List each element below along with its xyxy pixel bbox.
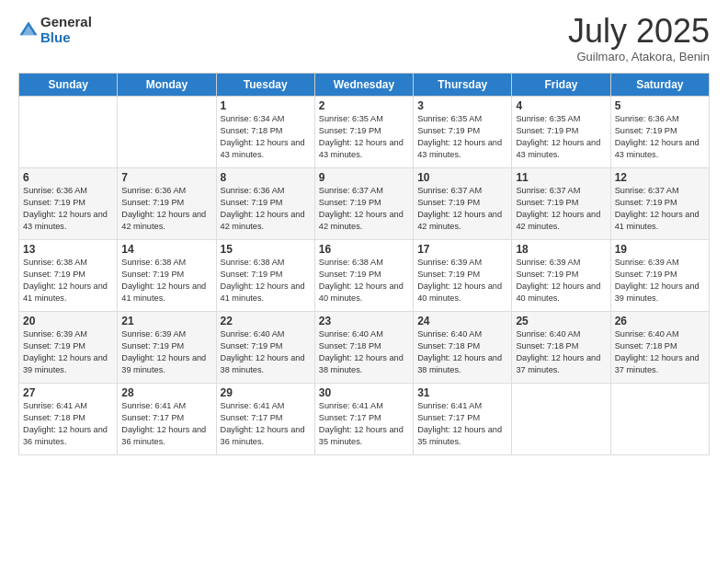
day-number: 4: [516, 99, 606, 112]
day-info: Sunrise: 6:35 AM Sunset: 7:19 PM Dayligh…: [516, 113, 606, 161]
day-number: 26: [615, 315, 705, 327]
calendar-cell: 13Sunrise: 6:38 AM Sunset: 7:19 PM Dayli…: [19, 240, 118, 312]
calendar-cell: [610, 384, 709, 455]
weekday-header: Thursday: [414, 74, 512, 97]
day-number: 5: [615, 99, 705, 112]
weekday-header: Wednesday: [314, 74, 413, 97]
day-number: 18: [516, 243, 606, 256]
day-number: 9: [319, 171, 409, 184]
day-info: Sunrise: 6:35 AM Sunset: 7:19 PM Dayligh…: [319, 113, 409, 161]
calendar-cell: 29Sunrise: 6:41 AM Sunset: 7:17 PM Dayli…: [216, 384, 314, 455]
day-info: Sunrise: 6:41 AM Sunset: 7:17 PM Dayligh…: [221, 400, 311, 448]
location-subtitle: Guilmaro, Atakora, Benin: [568, 50, 710, 63]
calendar-cell: [118, 97, 216, 168]
calendar-cell: 7Sunrise: 6:36 AM Sunset: 7:19 PM Daylig…: [118, 168, 216, 240]
day-number: 14: [121, 243, 211, 256]
day-info: Sunrise: 6:38 AM Sunset: 7:19 PM Dayligh…: [221, 257, 311, 304]
calendar-cell: 12Sunrise: 6:37 AM Sunset: 7:19 PM Dayli…: [610, 168, 709, 240]
calendar-cell: 30Sunrise: 6:41 AM Sunset: 7:17 PM Dayli…: [314, 384, 413, 455]
day-number: 2: [319, 99, 409, 112]
calendar-cell: 3Sunrise: 6:35 AM Sunset: 7:19 PM Daylig…: [414, 97, 512, 168]
calendar-cell: 18Sunrise: 6:39 AM Sunset: 7:19 PM Dayli…: [512, 240, 610, 312]
month-title: July 2025: [568, 15, 710, 48]
day-number: 10: [417, 171, 507, 184]
day-info: Sunrise: 6:41 AM Sunset: 7:17 PM Dayligh…: [121, 400, 211, 448]
weekday-header: Saturday: [610, 74, 709, 97]
calendar-week-row: 20Sunrise: 6:39 AM Sunset: 7:19 PM Dayli…: [19, 312, 710, 384]
day-info: Sunrise: 6:40 AM Sunset: 7:18 PM Dayligh…: [319, 328, 409, 376]
day-info: Sunrise: 6:38 AM Sunset: 7:19 PM Dayligh…: [121, 257, 211, 304]
calendar-week-row: 1Sunrise: 6:34 AM Sunset: 7:18 PM Daylig…: [19, 97, 710, 168]
day-number: 19: [615, 243, 705, 256]
day-number: 8: [221, 171, 311, 184]
weekday-header: Tuesday: [216, 74, 314, 97]
calendar-cell: 28Sunrise: 6:41 AM Sunset: 7:17 PM Dayli…: [118, 384, 216, 455]
calendar-cell: 15Sunrise: 6:38 AM Sunset: 7:19 PM Dayli…: [216, 240, 314, 312]
day-number: 24: [417, 315, 507, 327]
calendar-week-row: 6Sunrise: 6:36 AM Sunset: 7:19 PM Daylig…: [19, 168, 710, 240]
day-number: 3: [417, 99, 507, 112]
calendar-cell: 20Sunrise: 6:39 AM Sunset: 7:19 PM Dayli…: [19, 312, 118, 384]
calendar-cell: 10Sunrise: 6:37 AM Sunset: 7:19 PM Dayli…: [414, 168, 512, 240]
day-info: Sunrise: 6:41 AM Sunset: 7:18 PM Dayligh…: [23, 400, 113, 448]
day-info: Sunrise: 6:39 AM Sunset: 7:19 PM Dayligh…: [121, 328, 211, 376]
calendar-cell: 1Sunrise: 6:34 AM Sunset: 7:18 PM Daylig…: [216, 97, 314, 168]
day-info: Sunrise: 6:39 AM Sunset: 7:19 PM Dayligh…: [615, 257, 705, 304]
day-info: Sunrise: 6:36 AM Sunset: 7:19 PM Dayligh…: [221, 185, 311, 233]
day-number: 17: [417, 243, 507, 256]
calendar-cell: 25Sunrise: 6:40 AM Sunset: 7:18 PM Dayli…: [512, 312, 610, 384]
header: General Blue July 2025 Guilmaro, Atakora…: [18, 15, 710, 63]
day-number: 28: [121, 386, 211, 399]
day-number: 22: [221, 315, 311, 327]
weekday-header: Monday: [118, 74, 216, 97]
calendar-cell: 19Sunrise: 6:39 AM Sunset: 7:19 PM Dayli…: [610, 240, 709, 312]
day-info: Sunrise: 6:37 AM Sunset: 7:19 PM Dayligh…: [417, 185, 507, 233]
day-number: 6: [23, 171, 113, 184]
day-number: 27: [23, 386, 113, 399]
page: General Blue July 2025 Guilmaro, Atakora…: [0, 0, 728, 563]
title-section: July 2025 Guilmaro, Atakora, Benin: [568, 15, 710, 63]
calendar-week-row: 27Sunrise: 6:41 AM Sunset: 7:18 PM Dayli…: [19, 384, 710, 455]
weekday-header: Sunday: [19, 74, 118, 97]
calendar-cell: 17Sunrise: 6:39 AM Sunset: 7:19 PM Dayli…: [414, 240, 512, 312]
day-info: Sunrise: 6:39 AM Sunset: 7:19 PM Dayligh…: [417, 257, 507, 304]
calendar-cell: [19, 97, 118, 168]
day-number: 7: [121, 171, 211, 184]
day-info: Sunrise: 6:36 AM Sunset: 7:19 PM Dayligh…: [23, 185, 113, 233]
day-info: Sunrise: 6:37 AM Sunset: 7:19 PM Dayligh…: [615, 185, 705, 233]
day-number: 16: [319, 243, 409, 256]
day-number: 31: [417, 386, 507, 399]
day-info: Sunrise: 6:35 AM Sunset: 7:19 PM Dayligh…: [417, 113, 507, 161]
calendar-table: SundayMondayTuesdayWednesdayThursdayFrid…: [18, 73, 710, 455]
day-number: 30: [319, 386, 409, 399]
logo-general: General: [40, 15, 92, 30]
calendar-cell: 26Sunrise: 6:40 AM Sunset: 7:18 PM Dayli…: [610, 312, 709, 384]
day-info: Sunrise: 6:36 AM Sunset: 7:19 PM Dayligh…: [615, 113, 705, 161]
day-info: Sunrise: 6:41 AM Sunset: 7:17 PM Dayligh…: [417, 400, 507, 448]
calendar-cell: 24Sunrise: 6:40 AM Sunset: 7:18 PM Dayli…: [414, 312, 512, 384]
logo-blue: Blue: [40, 30, 92, 46]
calendar-cell: 31Sunrise: 6:41 AM Sunset: 7:17 PM Dayli…: [414, 384, 512, 455]
logo: General Blue: [18, 15, 92, 45]
logo-icon: [18, 20, 39, 40]
day-info: Sunrise: 6:40 AM Sunset: 7:18 PM Dayligh…: [417, 328, 507, 376]
calendar-cell: 2Sunrise: 6:35 AM Sunset: 7:19 PM Daylig…: [314, 97, 413, 168]
calendar-cell: 21Sunrise: 6:39 AM Sunset: 7:19 PM Dayli…: [118, 312, 216, 384]
weekday-header-row: SundayMondayTuesdayWednesdayThursdayFrid…: [19, 74, 710, 97]
day-info: Sunrise: 6:37 AM Sunset: 7:19 PM Dayligh…: [319, 185, 409, 233]
day-number: 13: [23, 243, 113, 256]
day-info: Sunrise: 6:37 AM Sunset: 7:19 PM Dayligh…: [516, 185, 606, 233]
day-info: Sunrise: 6:40 AM Sunset: 7:19 PM Dayligh…: [221, 328, 311, 376]
calendar-cell: 23Sunrise: 6:40 AM Sunset: 7:18 PM Dayli…: [314, 312, 413, 384]
calendar-cell: 14Sunrise: 6:38 AM Sunset: 7:19 PM Dayli…: [118, 240, 216, 312]
day-number: 29: [221, 386, 311, 399]
calendar-cell: 8Sunrise: 6:36 AM Sunset: 7:19 PM Daylig…: [216, 168, 314, 240]
calendar-cell: 4Sunrise: 6:35 AM Sunset: 7:19 PM Daylig…: [512, 97, 610, 168]
calendar-cell: 22Sunrise: 6:40 AM Sunset: 7:19 PM Dayli…: [216, 312, 314, 384]
calendar-cell: 27Sunrise: 6:41 AM Sunset: 7:18 PM Dayli…: [19, 384, 118, 455]
day-info: Sunrise: 6:38 AM Sunset: 7:19 PM Dayligh…: [319, 257, 409, 304]
day-number: 11: [516, 171, 606, 184]
day-info: Sunrise: 6:40 AM Sunset: 7:18 PM Dayligh…: [516, 328, 606, 376]
weekday-header: Friday: [512, 74, 610, 97]
calendar-cell: 11Sunrise: 6:37 AM Sunset: 7:19 PM Dayli…: [512, 168, 610, 240]
